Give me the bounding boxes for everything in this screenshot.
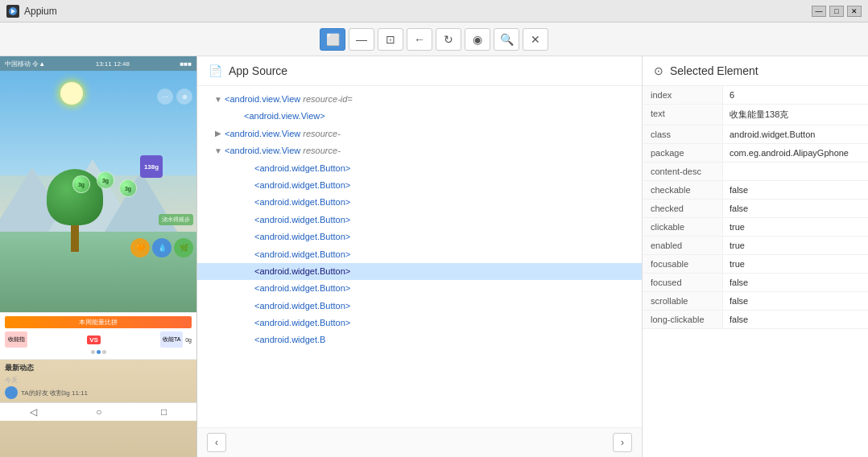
energy-box: 138g (140, 155, 163, 178)
title-bar: Appium — □ ✕ (0, 0, 868, 23)
element-panel: ⊙ Selected Element index 6 text 收集能量138克… (643, 56, 868, 457)
hud-btn-2[interactable]: ⊕ (176, 89, 192, 105)
hud-controls: ⋯ ⊕ (157, 89, 192, 105)
tree-node-9[interactable]: <android.widget.Button> (197, 228, 642, 245)
prop-val-focused: false (723, 274, 868, 291)
action-icon-1[interactable]: 🧡 (130, 238, 150, 257)
search-button[interactable]: 🔍 (494, 28, 519, 51)
minimize-button[interactable]: — (812, 6, 826, 17)
prop-val-clickable: true (723, 218, 868, 236)
prop-key-scrollable: scrollable (643, 292, 723, 310)
close-button[interactable]: ✕ (847, 6, 862, 17)
tree-arrow-3: ▶ (212, 128, 225, 139)
tree-text-10: <android.widget.Button> (254, 249, 350, 261)
select-tool-button[interactable]: ⬜ (320, 28, 345, 51)
prop-key-checked: checked (643, 200, 723, 217)
tree-node-10[interactable]: <android.widget.Button> (197, 246, 642, 263)
time-display: 13:11 12:48 (96, 60, 130, 68)
feed-title: 最新动态 (5, 363, 192, 373)
tree-node-8[interactable]: <android.widget.Button> (197, 212, 642, 228)
prop-val-scrollable: false (723, 292, 868, 310)
tree-node-1[interactable]: ▼ <android.view.View resource-id= (197, 91, 642, 108)
tree-node-4[interactable]: ▼ <android.view.View resource- (197, 142, 642, 159)
properties-table: index 6 text 收集能量138克 class android.widg… (643, 86, 868, 457)
main-area: 中国移动 令▲ 13:11 12:48 ■■■ (0, 56, 868, 457)
action-icon-2[interactable]: 💧 (152, 238, 172, 257)
player-left-score: 收能指 (5, 331, 27, 348)
tree-node-5[interactable]: <android.widget.Button> (197, 160, 642, 177)
prop-key-enabled: enabled (643, 237, 723, 254)
tree-text-13: <android.widget.Button> (254, 300, 350, 312)
minus-button[interactable]: — (349, 28, 374, 51)
tree-node-11[interactable]: <android.widget.Button> (197, 263, 642, 280)
prop-key-focused: focused (643, 274, 723, 291)
window-controls[interactable]: — □ ✕ (812, 6, 862, 17)
water-label: 浇水得摇步 (159, 214, 193, 225)
selected-element-title: Selected Element (670, 64, 758, 77)
hud-btn-1[interactable]: ⋯ (157, 89, 173, 105)
prop-key-package: package (643, 144, 723, 162)
battle-banner: 本周能量比拼 (5, 316, 192, 328)
tree-node-3[interactable]: ▶ <android.view.View resource- (197, 126, 642, 142)
tree-node-13[interactable]: <android.widget.Button> (197, 298, 642, 315)
nav-recent[interactable]: □ (161, 406, 167, 418)
prop-row-package: package com.eg.android.AlipayGphone (643, 144, 868, 163)
phone-screen[interactable]: 中国移动 令▲ 13:11 12:48 ■■■ (0, 56, 196, 457)
tree-text-14: <android.widget.Button> (254, 317, 350, 329)
bubble-2: 3g (97, 171, 114, 189)
app-source-header: 📄 App Source (197, 56, 642, 86)
tree-text-6: <android.widget.Button> (254, 179, 350, 191)
nav-home[interactable]: ○ (96, 406, 101, 418)
refresh-button[interactable]: ↻ (436, 28, 461, 51)
feed-date: 今天 (5, 376, 192, 385)
player-left: 收能指 (5, 331, 27, 348)
action-icon-3[interactable]: 🌿 (174, 238, 193, 257)
source-panel: 📄 App Source ▼ <android.view.View resour… (197, 56, 643, 457)
tree-text-15: <android.widget.B (254, 334, 325, 346)
tree-arrow-1: ▼ (212, 94, 225, 105)
prop-row-clickable: clickable true (643, 218, 868, 237)
carrier-info: 中国移动 令▲ (5, 60, 45, 68)
prop-row-class: class android.widget.Button (643, 126, 868, 144)
source-tree: ▼ <android.view.View resource-id= <andro… (197, 86, 642, 427)
tree-text-3: <android.view.View resource- (225, 128, 341, 140)
prop-row-checkable: checkable false (643, 181, 868, 200)
vs-badge: VS (87, 336, 101, 344)
tree-node-6[interactable]: <android.widget.Button> (197, 177, 642, 194)
battle-row: 收能指 VS 收能TA 0g (5, 331, 192, 348)
source-prev-button[interactable]: ‹ (207, 433, 226, 452)
dot-1 (91, 350, 95, 354)
feed-avatar (5, 386, 18, 399)
close-tool-button[interactable]: ✕ (523, 28, 548, 51)
prop-val-checked: false (723, 200, 868, 217)
prop-row-focused: focused false (643, 274, 868, 292)
feed-section: 最新动态 今天 TA的好友 收割3g 11:11 (0, 359, 196, 402)
screen-button[interactable]: ⊡ (378, 28, 403, 51)
tree-node-7[interactable]: <android.widget.Button> (197, 194, 642, 211)
phone-nav: ◁ ○ □ (0, 402, 196, 421)
back-button[interactable]: ← (407, 28, 432, 51)
tree-node-15[interactable]: <android.widget.B (197, 331, 642, 348)
prop-row-content-desc: content-desc (643, 163, 868, 181)
prop-val-class: android.widget.Button (723, 126, 868, 143)
maximize-button[interactable]: □ (829, 6, 844, 17)
prop-key-class: class (643, 126, 723, 143)
prop-row-enabled: enabled true (643, 237, 868, 255)
prop-val-package: com.eg.android.AlipayGphone (723, 144, 868, 162)
tree-text-5: <android.widget.Button> (254, 163, 350, 175)
source-nav: ‹ › (197, 427, 642, 457)
tree-node-2[interactable]: <android.view.View> (197, 108, 642, 125)
tree-text-1: <android.view.View resource-id= (225, 93, 353, 105)
tree-text-7: <android.widget.Button> (254, 196, 350, 208)
battery-icon: ■■■ (180, 60, 192, 68)
tree-node-14[interactable]: <android.widget.Button> (197, 315, 642, 331)
player-right-score: 收能TA (160, 331, 183, 348)
tree-node-12[interactable]: <android.widget.Button> (197, 280, 642, 297)
prop-val-long-clickable: false (723, 311, 868, 328)
prop-key-clickable: clickable (643, 218, 723, 236)
tree-text-8: <android.widget.Button> (254, 214, 350, 226)
source-next-button[interactable]: › (613, 433, 632, 452)
tree-text-9: <android.widget.Button> (254, 231, 350, 243)
nav-back[interactable]: ◁ (30, 406, 37, 418)
eye-button[interactable]: ◉ (465, 28, 490, 51)
